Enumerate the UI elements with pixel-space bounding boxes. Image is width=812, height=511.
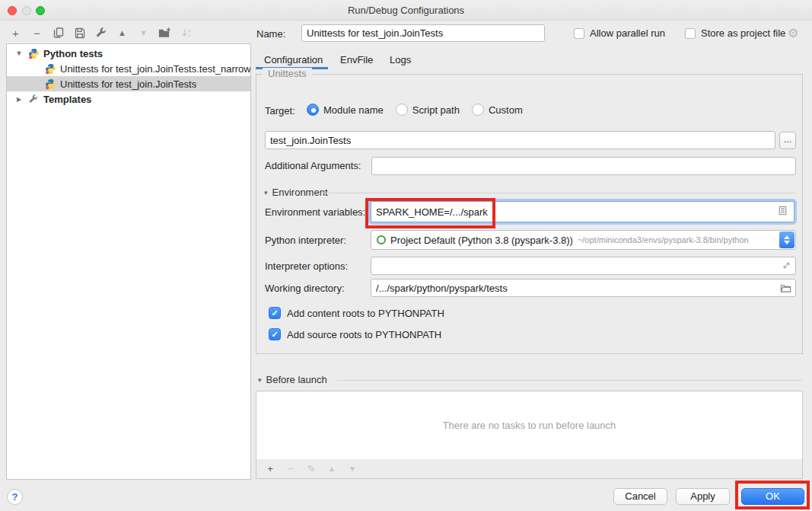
- help-button[interactable]: ?: [7, 489, 23, 505]
- section-collapse-icon[interactable]: ▾: [264, 189, 268, 196]
- remove-configuration-icon[interactable]: −: [30, 27, 43, 40]
- save-configuration-icon[interactable]: [73, 27, 86, 40]
- ok-button[interactable]: OK: [741, 488, 804, 505]
- environment-section-label: Environment: [272, 187, 328, 198]
- browse-button[interactable]: ...: [779, 132, 796, 149]
- name-input[interactable]: [301, 24, 545, 42]
- new-folder-icon[interactable]: [158, 27, 171, 40]
- copy-configuration-icon[interactable]: [52, 27, 65, 40]
- expand-field-icon[interactable]: [782, 260, 791, 273]
- select-chevrons-icon[interactable]: [779, 232, 794, 248]
- section-divider: [323, 193, 795, 193]
- radio-script-path[interactable]: Script path: [396, 104, 460, 116]
- target-label: Target:: [265, 105, 295, 117]
- radio-label: Module name: [323, 104, 384, 116]
- environment-variables-label: Environment variables:: [265, 206, 365, 218]
- target-radio-group: Module name Script path Custom: [307, 104, 523, 116]
- templates-wrench-icon: [28, 94, 40, 105]
- radio-label: Script path: [412, 104, 460, 116]
- expanded-disclosure-icon[interactable]: ▼: [14, 50, 24, 57]
- tree-item-label: Unittests for test_join.JoinTests: [60, 78, 196, 90]
- name-label: Name:: [256, 28, 285, 40]
- tree-item-python-tests[interactable]: ▼ Python tests: [7, 46, 250, 61]
- before-launch-toolbar: + − ✎ ▲ ▼: [256, 459, 803, 479]
- tree-item-label: Unittests for test_join.JoinTests.test_n…: [60, 63, 250, 75]
- remove-task-icon: −: [285, 463, 296, 474]
- allow-parallel-run-label: Allow parallel run: [590, 27, 665, 39]
- radio-label: Custom: [489, 104, 523, 116]
- no-tasks-message: There are no tasks to run before launch: [443, 420, 616, 431]
- gear-icon[interactable]: ⚙: [788, 26, 798, 40]
- collapsed-disclosure-icon[interactable]: ▶: [14, 96, 24, 103]
- tab-configuration[interactable]: Configuration: [264, 54, 323, 65]
- python-test-icon: [45, 78, 56, 90]
- edit-variables-icon[interactable]: [777, 205, 789, 219]
- python-tests-icon: [28, 48, 40, 59]
- cancel-button[interactable]: Cancel: [613, 488, 667, 505]
- folder-icon[interactable]: [780, 283, 791, 295]
- unittests-group-label: Unittests: [263, 68, 312, 79]
- tree-item-unittests-jointests-selected[interactable]: Unittests for test_join.JoinTests: [7, 76, 250, 91]
- before-launch-section-header[interactable]: ▾ Before launch: [258, 374, 327, 385]
- additional-arguments-label: Additional Arguments:: [265, 160, 361, 171]
- module-name-input[interactable]: [265, 131, 775, 149]
- tab-logs[interactable]: Logs: [390, 54, 411, 65]
- move-down-icon: ▼: [137, 27, 150, 40]
- tree-item-unittests-test-narrow[interactable]: Unittests for test_join.JoinTests.test_n…: [7, 61, 250, 76]
- radio-unselected-icon[interactable]: [472, 104, 484, 116]
- interpreter-options-field: [371, 257, 796, 275]
- working-directory-label: Working directory:: [265, 283, 345, 294]
- section-collapse-icon[interactable]: ▾: [258, 376, 262, 384]
- svg-text:z: z: [188, 34, 190, 38]
- checkbox-checked-icon[interactable]: ✓: [269, 328, 281, 340]
- store-as-project-file-checkbox[interactable]: Store as project file: [685, 27, 785, 39]
- environment-variables-field[interactable]: [371, 201, 794, 222]
- tab-envfile[interactable]: EnvFile: [340, 54, 373, 65]
- python-interpreter-select[interactable]: Project Default (Python 3.8 (pyspark-3.8…: [371, 230, 796, 250]
- apply-button[interactable]: Apply: [676, 488, 730, 505]
- add-task-icon[interactable]: +: [265, 463, 275, 474]
- configuration-panel: Unittests Target: Module name Script pat…: [256, 74, 803, 354]
- interpreter-path: ~/opt/miniconda3/envs/pyspark-3.8/bin/py…: [578, 235, 749, 244]
- checkbox-unchecked-icon[interactable]: [685, 28, 696, 39]
- section-divider: [337, 380, 802, 381]
- add-source-roots-checkbox[interactable]: ✓ Add source roots to PYTHONPATH: [269, 328, 441, 340]
- working-directory-input[interactable]: [371, 279, 796, 297]
- allow-parallel-run-checkbox[interactable]: Allow parallel run: [574, 27, 665, 39]
- move-up-icon[interactable]: ▲: [116, 27, 129, 40]
- store-as-project-file-label: Store as project file: [701, 27, 785, 39]
- before-launch-task-list: There are no tasks to run before launch: [256, 391, 803, 460]
- window-title: Run/Debug Configurations: [0, 0, 812, 21]
- checkbox-unchecked-icon[interactable]: [574, 28, 584, 39]
- radio-custom[interactable]: Custom: [472, 104, 523, 116]
- working-directory-field: [371, 279, 796, 297]
- edit-templates-icon[interactable]: [94, 27, 107, 40]
- conda-environment-icon: [377, 235, 386, 244]
- add-source-roots-label: Add source roots to PYTHONPATH: [287, 329, 441, 340]
- move-task-up-icon: ▲: [326, 465, 337, 473]
- before-launch-label: Before launch: [266, 374, 327, 385]
- environment-variables-input[interactable]: [371, 206, 777, 218]
- add-content-roots-label: Add content roots to PYTHONPATH: [287, 308, 444, 319]
- interpreter-options-input[interactable]: [371, 257, 796, 275]
- radio-module-name[interactable]: Module name: [307, 104, 384, 116]
- interpreter-options-label: Interpreter options:: [265, 260, 348, 272]
- tree-item-label: Templates: [43, 94, 91, 105]
- environment-section-header[interactable]: ▾ Environment: [264, 187, 328, 198]
- python-interpreter-label: Python interpreter:: [265, 235, 346, 246]
- add-configuration-icon[interactable]: +: [9, 27, 22, 40]
- python-test-icon: [45, 63, 56, 75]
- interpreter-name: Project Default (Python 3.8 (pyspark-3.8…: [390, 235, 573, 246]
- add-content-roots-checkbox[interactable]: ✓ Add content roots to PYTHONPATH: [269, 307, 444, 319]
- radio-unselected-icon[interactable]: [396, 104, 408, 116]
- title-bar: Run/Debug Configurations: [0, 0, 812, 21]
- configurations-tree: ▼ Python tests Unittests for test_join.J…: [6, 43, 251, 480]
- move-task-down-icon: ▼: [347, 465, 358, 473]
- radio-selected-icon[interactable]: [307, 104, 319, 116]
- edit-task-icon: ✎: [306, 463, 317, 474]
- tree-item-templates[interactable]: ▶ Templates: [7, 91, 250, 107]
- checkbox-checked-icon[interactable]: ✓: [269, 307, 281, 319]
- additional-arguments-input[interactable]: [371, 157, 796, 175]
- sort-alphabetically-icon: az: [180, 27, 193, 40]
- configurations-toolbar: + − ▲ ▼ az: [9, 24, 193, 42]
